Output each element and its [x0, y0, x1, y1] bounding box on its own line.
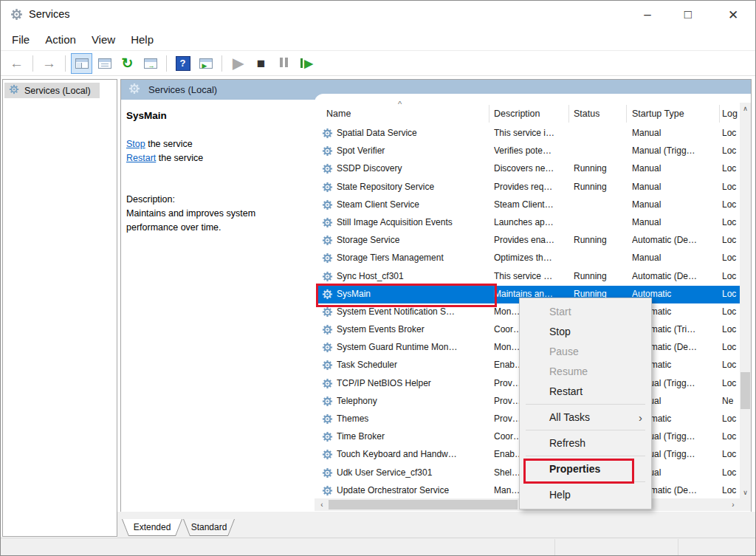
cell-desc: Provides ena…	[494, 235, 568, 245]
cell-name: Time Broker	[337, 431, 487, 442]
cell-startup: Manual	[632, 163, 718, 174]
cell-name: Update Orchestrator Service	[337, 485, 487, 495]
service-gear-icon	[322, 253, 333, 266]
table-row-still-image-acquisition-events[interactable]: Still Image Acquisition EventsLaunches a…	[318, 214, 740, 232]
service-gear-icon	[322, 324, 333, 337]
sort-ascending-icon: ^	[398, 100, 402, 109]
description-line1: Maintains and improves system	[126, 208, 255, 219]
restart-service-link[interactable]: Restart	[126, 153, 156, 163]
column-header-startup-type[interactable]: Startup Type	[632, 109, 684, 119]
column-header-description[interactable]: Description	[494, 109, 540, 119]
table-row-spot-verifier[interactable]: Spot VerifierVerifies pote…Manual (Trigg…	[318, 143, 740, 160]
table-row-steam-client-service[interactable]: Steam Client ServiceSteam Client…ManualL…	[318, 196, 740, 214]
cell-desc: Optimizes th…	[494, 253, 568, 263]
maximize-button[interactable]: □	[671, 1, 705, 29]
scrollbar-corner	[740, 498, 751, 511]
cell-startup: Automatic (De…	[632, 271, 718, 281]
vertical-scrollbar[interactable]	[740, 103, 751, 498]
column-header-logon[interactable]: Log	[722, 109, 738, 119]
cell-logon: Loc	[722, 145, 739, 156]
column-divider[interactable]	[719, 105, 720, 123]
horizontal-scrollbar-thumb[interactable]	[329, 500, 518, 509]
minimize-button[interactable]: –	[630, 1, 664, 29]
cell-logon: Loc	[722, 485, 739, 495]
menu-help[interactable]: Help	[131, 33, 154, 46]
cell-name: Still Image Acquisition Events	[337, 217, 487, 227]
sidebar-item-services-local[interactable]: Services (Local)	[4, 83, 100, 98]
title-bar: Services – □ ✕	[1, 1, 755, 29]
services-gear-icon	[9, 84, 19, 97]
console-tree-panel: Services (Local)	[2, 79, 117, 537]
scroll-right-icon[interactable]: ›	[728, 500, 738, 509]
menu-action[interactable]: Action	[45, 33, 76, 46]
start-service-button[interactable]: ▶	[227, 53, 249, 74]
cell-logon: Loc	[722, 431, 739, 442]
table-row-storage-service[interactable]: Storage ServiceProvides ena…RunningAutom…	[318, 232, 740, 250]
export-list-button[interactable]: →	[140, 53, 161, 74]
status-bar-divider	[554, 539, 555, 555]
cell-logon: Loc	[722, 128, 739, 138]
column-header-status[interactable]: Status	[574, 109, 599, 119]
scroll-down-icon[interactable]: ∨	[740, 487, 751, 498]
context-menu-item-restart[interactable]: Restart	[520, 382, 651, 402]
help-icon: ?	[176, 56, 190, 71]
cell-startup: Manual	[632, 217, 718, 227]
service-gear-icon	[322, 128, 333, 141]
column-divider[interactable]	[626, 105, 627, 123]
menu-view[interactable]: View	[92, 33, 115, 46]
cell-name: SSDP Discovery	[337, 163, 487, 174]
service-gear-icon	[322, 378, 333, 391]
help-button[interactable]: ?	[172, 53, 193, 74]
context-menu-item-help[interactable]: Help	[520, 485, 651, 505]
toolbar: ←→↻→?▶▶■▶	[1, 50, 755, 76]
column-divider[interactable]	[489, 105, 489, 123]
scroll-up-icon[interactable]: ∧	[740, 103, 751, 114]
service-gear-icon	[322, 413, 333, 427]
close-button[interactable]: ✕	[716, 1, 750, 29]
pane-title: Services (Local)	[148, 84, 217, 95]
back-button-icon: ←	[10, 56, 24, 70]
context-menu-item-refresh[interactable]: Refresh	[520, 433, 651, 453]
cell-name: Themes	[337, 413, 487, 424]
restart-service-button[interactable]: ▶	[296, 53, 317, 74]
stop-service-button[interactable]: ■	[250, 53, 272, 74]
refresh-button[interactable]: ↻	[117, 53, 138, 74]
cell-name: Spot Verifier	[337, 145, 487, 156]
table-row-state-repository-service[interactable]: State Repository ServiceProvides req…Run…	[318, 179, 740, 196]
cell-desc: Launches ap…	[494, 217, 568, 227]
forward-button[interactable]: →	[38, 53, 60, 74]
table-row-storage-tiers-management[interactable]: Storage Tiers ManagementOptimizes th…Man…	[318, 250, 740, 267]
column-divider[interactable]	[568, 105, 569, 123]
service-gear-icon	[322, 431, 333, 445]
cell-desc: Verifies pote…	[494, 145, 568, 156]
cell-startup: Manual	[632, 253, 718, 263]
show-action-pane-button[interactable]: ▶	[195, 53, 216, 74]
cell-startup: Manual	[632, 128, 718, 138]
cell-status: Running	[574, 235, 622, 245]
menu-file[interactable]: File	[12, 33, 30, 46]
properties-button[interactable]	[94, 53, 115, 74]
table-row-spatial-data-service[interactable]: Spatial Data ServiceThis service i…Manua…	[318, 125, 740, 143]
context-menu-item-stop[interactable]: Stop	[520, 322, 651, 342]
back-button[interactable]: ←	[6, 53, 27, 74]
cell-logon: Loc	[722, 467, 739, 478]
tab-standard[interactable]: Standard	[183, 519, 235, 536]
tab-extended[interactable]: Extended	[122, 519, 182, 536]
pause-service-button[interactable]	[273, 53, 295, 74]
scroll-left-icon[interactable]: ‹	[317, 500, 327, 509]
table-row-ssdp-discovery[interactable]: SSDP DiscoveryDiscovers ne…RunningManual…	[318, 160, 740, 178]
menu-separator	[526, 430, 645, 430]
forward-button-icon: →	[42, 56, 56, 70]
cell-name: Telephony	[337, 396, 487, 406]
window-title: Services	[29, 8, 70, 20]
cell-startup: Manual	[632, 199, 718, 210]
service-gear-icon	[322, 163, 333, 176]
stop-service-link[interactable]: Stop	[126, 139, 145, 149]
vertical-scrollbar-thumb[interactable]	[740, 372, 750, 409]
column-header-name[interactable]: Name	[326, 109, 351, 119]
restart-icon: ▶	[300, 58, 313, 69]
show-console-tree-button[interactable]	[71, 53, 92, 74]
menu-separator	[526, 404, 645, 405]
context-menu-item-all-tasks[interactable]: All Tasks›	[520, 408, 651, 428]
cell-name: State Repository Service	[337, 182, 487, 192]
